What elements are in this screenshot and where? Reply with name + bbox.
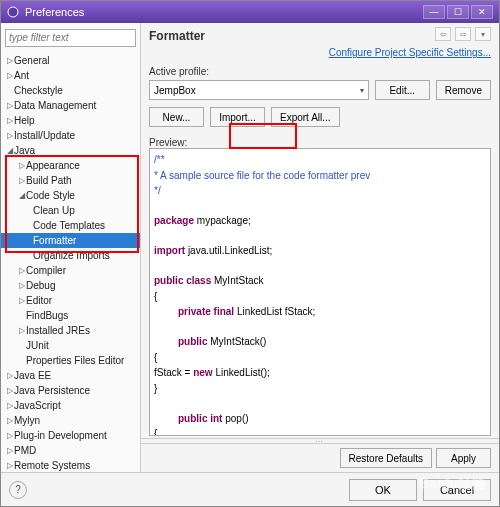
tree-build-path[interactable]: ▷Build Path <box>1 173 140 188</box>
help-button[interactable]: ? <box>9 481 27 499</box>
active-profile-label: Active profile: <box>149 66 491 77</box>
tree-clean-up[interactable]: Clean Up <box>1 203 140 218</box>
tree-remote-systems[interactable]: ▷Remote Systems <box>1 458 140 473</box>
close-button[interactable]: ✕ <box>471 5 493 19</box>
main-panel: Formatter ⇦ ⇨ ▾ Configure Project Specif… <box>141 23 499 472</box>
tree-organize-imports[interactable]: Organize Imports <box>1 248 140 263</box>
tree-compiler[interactable]: ▷Compiler <box>1 263 140 278</box>
tree-appearance[interactable]: ▷Appearance <box>1 158 140 173</box>
export-all-button[interactable]: Export All... <box>271 107 340 127</box>
dropdown-icon: ▾ <box>360 86 364 95</box>
tree-formatter[interactable]: Formatter <box>1 233 140 248</box>
minimize-button[interactable]: — <box>423 5 445 19</box>
tree-pmd[interactable]: ▷PMD <box>1 443 140 458</box>
import-button[interactable]: Import... <box>210 107 265 127</box>
restore-defaults-button[interactable]: Restore Defaults <box>340 448 432 468</box>
tree-help[interactable]: ▷Help <box>1 113 140 128</box>
profile-select[interactable]: JempBox ▾ <box>149 80 369 100</box>
apply-button[interactable]: Apply <box>436 448 491 468</box>
tree-code-templates[interactable]: Code Templates <box>1 218 140 233</box>
preview-label: Preview: <box>149 137 491 148</box>
tree-checkstyle[interactable]: Checkstyle <box>1 83 140 98</box>
profile-value: JempBox <box>154 85 196 96</box>
new-button[interactable]: New... <box>149 107 204 127</box>
tree-java-ee[interactable]: ▷Java EE <box>1 368 140 383</box>
tree-java-persistence[interactable]: ▷Java Persistence <box>1 383 140 398</box>
page-toolbar: ⇦ ⇨ ▾ <box>435 27 491 41</box>
preferences-window: Preferences — ☐ ✕ ▷General ▷Ant Checksty… <box>0 0 500 507</box>
tree-properties-files-editor[interactable]: Properties Files Editor <box>1 353 140 368</box>
tree-general[interactable]: ▷General <box>1 53 140 68</box>
content-area: ▷General ▷Ant Checkstyle ▷Data Managemen… <box>1 23 499 472</box>
tree-data-management[interactable]: ▷Data Management <box>1 98 140 113</box>
cancel-button[interactable]: Cancel <box>423 479 491 501</box>
filter-input[interactable] <box>5 29 136 47</box>
forward-button[interactable]: ⇨ <box>455 27 471 41</box>
tree-java[interactable]: ◢Java <box>1 143 140 158</box>
sidebar: ▷General ▷Ant Checkstyle ▷Data Managemen… <box>1 23 141 472</box>
tree-install-update[interactable]: ▷Install/Update <box>1 128 140 143</box>
tree-javascript[interactable]: ▷JavaScript <box>1 398 140 413</box>
preview-area: /** * A sample source file for the code … <box>149 148 491 436</box>
tree-code-style[interactable]: ◢Code Style <box>1 188 140 203</box>
window-title: Preferences <box>25 6 84 18</box>
tree-junit[interactable]: JUnit <box>1 338 140 353</box>
tree-ant[interactable]: ▷Ant <box>1 68 140 83</box>
titlebar: Preferences — ☐ ✕ <box>1 1 499 23</box>
tree-findbugs[interactable]: FindBugs <box>1 308 140 323</box>
eclipse-icon <box>7 6 19 18</box>
configure-project-link[interactable]: Configure Project Specific Settings... <box>149 47 491 58</box>
menu-button[interactable]: ▾ <box>475 27 491 41</box>
maximize-button[interactable]: ☐ <box>447 5 469 19</box>
remove-button[interactable]: Remove <box>436 80 491 100</box>
back-button[interactable]: ⇦ <box>435 27 451 41</box>
tree-editor[interactable]: ▷Editor <box>1 293 140 308</box>
tree-mylyn[interactable]: ▷Mylyn <box>1 413 140 428</box>
svg-point-0 <box>8 7 18 17</box>
edit-button[interactable]: Edit... <box>375 80 430 100</box>
tree-debug[interactable]: ▷Debug <box>1 278 140 293</box>
tree-plugin-dev[interactable]: ▷Plug-in Development <box>1 428 140 443</box>
filter-box <box>5 27 136 47</box>
ok-button[interactable]: OK <box>349 479 417 501</box>
preferences-tree: ▷General ▷Ant Checkstyle ▷Data Managemen… <box>1 51 140 473</box>
tree-installed-jres[interactable]: ▷Installed JREs <box>1 323 140 338</box>
footer: ? OK Cancel <box>1 472 499 506</box>
